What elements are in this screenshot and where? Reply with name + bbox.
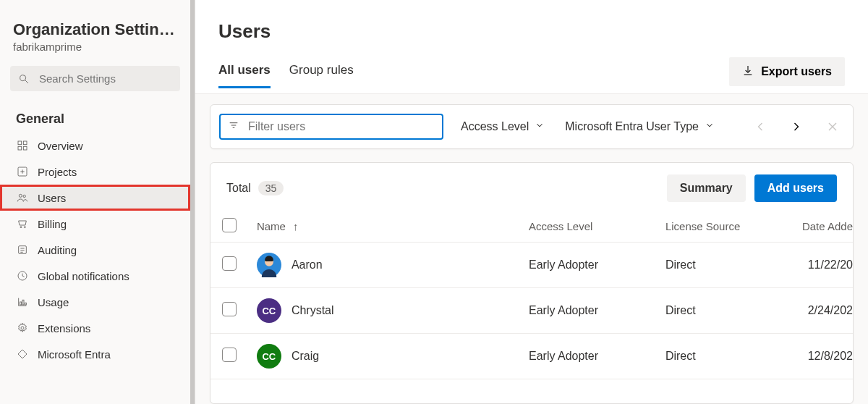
table-row[interactable]: CCCraigEarly AdopterDirect12/8/202 <box>210 334 853 379</box>
sidebar-item-label: Extensions <box>38 322 90 334</box>
cell-license-source: Direct <box>657 243 793 288</box>
svg-point-23 <box>21 327 24 329</box>
svg-point-9 <box>19 194 22 197</box>
search-settings-box[interactable] <box>10 66 180 91</box>
sidebar-item-label: Billing <box>38 218 67 230</box>
row-checkbox[interactable] <box>222 302 237 316</box>
people-icon <box>16 191 29 204</box>
column-header-name[interactable]: Name ↑ <box>248 211 520 243</box>
sidebar-item-projects[interactable]: Projects <box>0 159 190 185</box>
sidebar-item-label: Users <box>38 192 66 204</box>
sidebar-item-label: Overview <box>38 140 83 152</box>
sort-asc-icon: ↑ <box>293 220 299 232</box>
gear-icon <box>16 321 29 334</box>
sidebar-item-label: Global notifications <box>38 270 129 282</box>
svg-rect-22 <box>25 303 26 305</box>
sidebar-item-microsoft-entra[interactable]: Microsoft Entra <box>0 341 190 367</box>
users-table-panel: Total 35 Summary Add users Name ↑ Access… <box>210 162 854 404</box>
search-settings-input[interactable] <box>38 72 178 85</box>
export-users-label: Export users <box>761 65 832 78</box>
sidebar: Organization Settin… fabrikamprime Gener… <box>0 0 195 404</box>
cell-date-added: 2/24/202 <box>793 288 853 334</box>
grid-icon <box>16 139 29 152</box>
filter-bar: Access Level Microsoft Entra User Type <box>210 104 854 149</box>
page-header: Users All usersGroup rules Export users <box>195 0 868 94</box>
sidebar-item-usage[interactable]: Usage <box>0 289 190 315</box>
cell-license-source: Direct <box>657 334 793 379</box>
filter-users-input[interactable] <box>247 119 435 134</box>
table-row[interactable]: AaronEarly AdopterDirect11/22/20 <box>210 243 853 288</box>
user-name: Aaron <box>292 258 323 272</box>
user-name: Craig <box>292 350 319 363</box>
sidebar-item-extensions[interactable]: Extensions <box>0 315 190 341</box>
sidebar-item-label: Auditing <box>38 244 77 256</box>
sidebar-item-users[interactable]: Users <box>0 185 190 211</box>
cart-icon <box>16 217 29 230</box>
table-row[interactable]: CCChrystalEarly AdopterDirect2/24/202 <box>210 288 853 334</box>
search-icon <box>17 72 30 85</box>
avatar: CC <box>257 298 281 323</box>
chevron-down-icon <box>705 120 715 133</box>
filter-users-field[interactable] <box>219 114 443 140</box>
svg-point-10 <box>23 195 25 197</box>
svg-line-1 <box>25 80 28 83</box>
column-header-access[interactable]: Access Level <box>520 211 657 243</box>
sidebar-item-global-notifications[interactable]: Global notifications <box>0 263 190 289</box>
svg-point-11 <box>20 227 22 228</box>
column-header-source[interactable]: License Source <box>657 211 793 243</box>
cell-access-level: Early Adopter <box>520 334 657 379</box>
svg-rect-20 <box>20 302 22 305</box>
select-all-checkbox[interactable] <box>222 218 237 232</box>
column-header-date[interactable]: Date Adde <box>793 211 853 243</box>
row-checkbox[interactable] <box>222 348 237 362</box>
filter-icon <box>228 119 239 134</box>
cell-access-level: Early Adopter <box>520 243 657 288</box>
sidebar-subtitle: fabrikamprime <box>13 41 177 53</box>
cell-license-source: Direct <box>657 288 793 334</box>
summary-button[interactable]: Summary <box>667 174 746 202</box>
user-name: Chrystal <box>292 304 334 317</box>
diamond-icon <box>16 348 29 361</box>
sidebar-item-label: Microsoft Entra <box>38 348 111 361</box>
entra-user-type-filter[interactable]: Microsoft Entra User Type <box>562 116 718 138</box>
chart-icon <box>16 295 29 308</box>
download-icon <box>742 64 754 79</box>
avatar: CC <box>257 344 281 369</box>
chevron-down-icon <box>535 120 545 133</box>
prev-page-button[interactable] <box>749 115 772 138</box>
clear-filters-button[interactable] <box>821 115 844 138</box>
sidebar-title: Organization Settin… <box>13 20 177 39</box>
clock-icon <box>16 269 29 282</box>
row-checkbox[interactable] <box>222 256 237 271</box>
tab-all-users[interactable]: All users <box>218 63 271 88</box>
sidebar-section-label: General <box>0 97 190 132</box>
svg-rect-3 <box>23 141 27 145</box>
sidebar-item-label: Projects <box>38 166 77 178</box>
page-title: Users <box>218 20 271 43</box>
cell-date-added: 11/22/20 <box>793 243 853 288</box>
svg-rect-4 <box>18 146 22 150</box>
export-users-button[interactable]: Export users <box>729 57 845 86</box>
access-level-filter[interactable]: Access Level <box>458 116 548 138</box>
add-users-button[interactable]: Add users <box>754 174 837 202</box>
sidebar-item-auditing[interactable]: Auditing <box>0 237 190 263</box>
total-count-badge: 35 <box>258 181 284 195</box>
total-label: Total <box>226 182 251 195</box>
list-icon <box>16 243 29 256</box>
next-page-button[interactable] <box>785 115 808 138</box>
svg-rect-2 <box>18 141 22 145</box>
users-table: Name ↑ Access Level License Source Date … <box>210 211 853 379</box>
cell-date-added: 12/8/202 <box>793 334 853 379</box>
svg-marker-24 <box>18 350 27 358</box>
sidebar-item-billing[interactable]: Billing <box>0 211 190 237</box>
sidebar-item-label: Usage <box>38 296 69 308</box>
sidebar-item-overview[interactable]: Overview <box>0 132 190 159</box>
plus-box-icon <box>16 165 29 178</box>
main-content: Users All usersGroup rules Export users … <box>195 0 868 404</box>
svg-rect-5 <box>23 146 27 150</box>
cell-access-level: Early Adopter <box>520 288 657 334</box>
tab-group-rules[interactable]: Group rules <box>289 63 354 88</box>
avatar <box>257 253 281 277</box>
svg-point-12 <box>24 227 25 228</box>
svg-rect-21 <box>22 300 24 305</box>
